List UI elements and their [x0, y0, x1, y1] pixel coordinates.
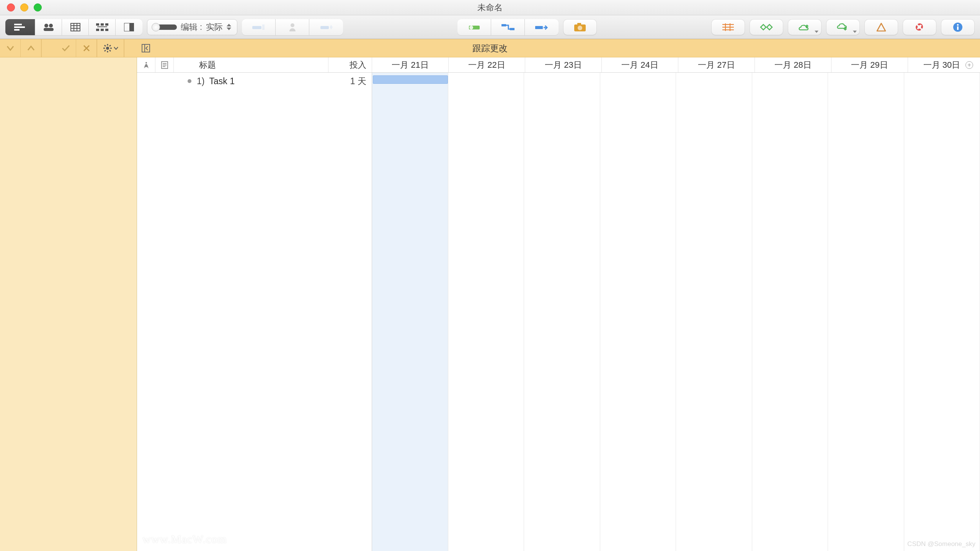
- outline-header: 标题 投入: [137, 57, 372, 73]
- outline-pane[interactable]: 1) Task 1 1 天 www.MacW.com: [137, 73, 372, 551]
- svg-rect-17: [97, 26, 107, 27]
- date-header-7[interactable]: 一月 30日 +: [908, 57, 975, 72]
- task-effort[interactable]: 1 天: [328, 75, 372, 87]
- level-button[interactable]: [457, 19, 491, 35]
- toggle-track[interactable]: [152, 24, 177, 30]
- sync-button[interactable]: [826, 19, 860, 35]
- change-options-button[interactable]: [97, 39, 124, 57]
- timeline-col-3: [600, 73, 676, 551]
- schedule-actions-segment: [457, 19, 559, 35]
- add-column-button[interactable]: +: [965, 61, 973, 69]
- edit-mode-stepper[interactable]: [227, 24, 234, 30]
- warnings-button[interactable]: [864, 19, 898, 35]
- svg-rect-5: [44, 28, 54, 31]
- window-title: 未命名: [477, 2, 503, 13]
- svg-point-57: [145, 62, 147, 64]
- reject-change-button[interactable]: [76, 39, 97, 57]
- reschedule-button[interactable]: [525, 19, 559, 35]
- next-change-button[interactable]: [0, 39, 21, 57]
- change-nav-group: [0, 39, 41, 57]
- timeline-col-6: [828, 73, 904, 551]
- date-header-4[interactable]: 一月 27日: [678, 57, 755, 72]
- svg-point-22: [291, 23, 294, 27]
- date-header-6[interactable]: 一月 29日: [831, 57, 908, 72]
- svg-marker-24: [330, 25, 333, 29]
- svg-rect-19: [129, 23, 134, 31]
- timeline-col-2: [524, 73, 600, 551]
- svg-rect-27: [501, 24, 506, 26]
- svg-rect-29: [535, 26, 543, 29]
- collapse-sidebar-button[interactable]: [142, 44, 150, 54]
- inspector-button[interactable]: [941, 19, 975, 35]
- edit-prefix-label: 编辑 :: [181, 21, 202, 33]
- svg-line-51: [105, 45, 106, 46]
- flag-column-header[interactable]: [137, 57, 155, 72]
- resources-view-button[interactable]: [35, 19, 62, 35]
- view-mode-segment: [5, 19, 142, 35]
- change-accept-group: [56, 39, 97, 57]
- snapshot-button[interactable]: [563, 19, 597, 35]
- svg-point-3: [44, 24, 48, 28]
- task-row[interactable]: 1) Task 1 1 天: [137, 73, 372, 90]
- date-header-5[interactable]: 一月 28日: [755, 57, 831, 72]
- edit-mode-selector[interactable]: 编辑 : 实际: [147, 19, 237, 35]
- svg-rect-32: [577, 23, 581, 25]
- svg-marker-39: [767, 24, 772, 30]
- svg-line-53: [109, 45, 111, 46]
- svg-rect-15: [101, 29, 104, 31]
- date-header-2[interactable]: 一月 23日: [525, 57, 602, 72]
- svg-rect-2: [14, 29, 20, 31]
- svg-line-52: [109, 50, 111, 51]
- note-column-header[interactable]: [155, 57, 174, 72]
- edit-mode-label: 实际: [206, 21, 223, 33]
- network-view-button[interactable]: [89, 19, 116, 35]
- task-bullet-icon: [188, 79, 191, 83]
- task-index: 1): [197, 76, 204, 86]
- svg-rect-16: [105, 29, 108, 31]
- accept-change-button[interactable]: [56, 39, 76, 57]
- task-title[interactable]: Task 1: [209, 76, 328, 86]
- split-view-button[interactable]: [116, 19, 142, 35]
- body-panes: 1) Task 1 1 天 www.MacW.com: [137, 73, 980, 551]
- content-area: 标题 投入 一月 21日 一月 22日 一月 23日 一月 24日 一月 27日…: [137, 57, 980, 551]
- timeline-pane[interactable]: CSDN @Someone_sky: [372, 73, 980, 551]
- add-milestone-button[interactable]: [309, 19, 343, 35]
- title-column-header[interactable]: 标题: [174, 57, 328, 72]
- svg-rect-42: [957, 26, 959, 30]
- sidebar: [0, 57, 137, 551]
- close-window-button[interactable]: [7, 3, 15, 11]
- assign-resource-button[interactable]: [276, 19, 309, 35]
- task-actions-segment: [242, 19, 343, 35]
- svg-rect-28: [510, 28, 514, 30]
- svg-rect-13: [105, 23, 108, 26]
- gantt-view-button[interactable]: [5, 19, 35, 35]
- svg-point-4: [49, 24, 53, 28]
- date-header-1[interactable]: 一月 22日: [449, 57, 525, 72]
- publish-button[interactable]: [788, 19, 822, 35]
- gantt-bar-task-1[interactable]: [373, 75, 448, 84]
- svg-marker-40: [877, 23, 885, 31]
- svg-rect-20: [252, 26, 261, 29]
- date-header-7-label: 一月 30日: [923, 59, 960, 71]
- date-header-3[interactable]: 一月 24日: [602, 57, 678, 72]
- link-tasks-button[interactable]: [491, 19, 525, 35]
- stop-button[interactable]: [903, 19, 936, 35]
- date-header-0[interactable]: 一月 21日: [372, 57, 449, 72]
- add-task-button[interactable]: [242, 19, 276, 35]
- baseline-button[interactable]: [711, 19, 745, 35]
- svg-rect-0: [14, 24, 22, 25]
- svg-rect-6: [71, 23, 80, 31]
- svg-rect-11: [96, 23, 99, 26]
- svg-point-46: [106, 47, 109, 50]
- calendar-view-button[interactable]: [62, 19, 89, 35]
- toggle-thumb[interactable]: [152, 23, 160, 31]
- minimize-window-button[interactable]: [20, 3, 28, 11]
- change-tracking-bar: 跟踪更改: [0, 39, 980, 57]
- effort-column-header[interactable]: 投入: [328, 57, 372, 72]
- change-tracking-label: 跟踪更改: [472, 42, 508, 54]
- svg-rect-12: [101, 23, 104, 26]
- zoom-window-button[interactable]: [34, 3, 42, 11]
- prev-change-button[interactable]: [21, 39, 41, 57]
- watermark-credit: CSDN @Someone_sky: [907, 540, 975, 548]
- critical-path-button[interactable]: [750, 19, 783, 35]
